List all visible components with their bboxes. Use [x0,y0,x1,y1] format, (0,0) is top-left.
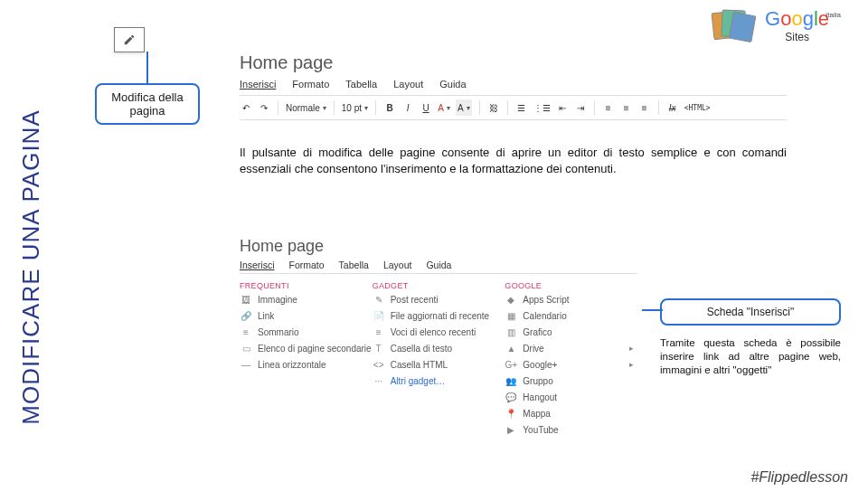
menu-item[interactable]: Formato [289,260,325,270]
insert-item[interactable]: ▲Drive▸ [505,343,637,354]
editor-menu-2: Inserisci Formato Tabella Layout Guida [240,260,637,274]
text-color-button[interactable]: A [438,99,450,116]
item-label: Casella HTML [391,360,448,370]
insert-item[interactable]: <>Casella HTML [373,359,505,370]
item-label: Voci di elenco recenti [391,327,476,337]
menu-item[interactable]: Layout [383,260,412,270]
insert-item[interactable]: 📄File aggiornati di recente [373,310,505,321]
menu-item[interactable]: Inserisci [240,260,275,270]
item-icon: ◆ [505,294,517,305]
align-center-button[interactable]: ≡ [620,99,633,116]
editor-toolbar: ↶ ↷ Normale 10 pt B I U A A ⛓ ☰ ⋮☰ ⇤ ⇥ ≡… [240,95,787,120]
callout-line: Modifica della [100,90,194,104]
html-button[interactable]: <HTML> [684,99,711,116]
pencil-icon [123,33,136,46]
callout-title: Scheda "Inserisci" [660,298,841,326]
bullet-list-button[interactable]: ⋮☰ [533,99,551,116]
insert-item[interactable]: ≡Voci di elenco recenti [373,326,505,337]
numbered-list-button[interactable]: ☰ [515,99,528,116]
insert-item[interactable]: TCasella di testo [373,343,505,354]
insert-item[interactable]: ≡Sommario [240,326,373,337]
footer-hashtag: #Flippedlesson [750,469,848,486]
align-left-button[interactable]: ≡ [602,99,615,116]
callout-text: Tramite questa scheda è possibile inseri… [660,336,841,377]
insert-item[interactable]: 💬Hangout [505,392,637,402]
item-icon: ≡ [240,326,252,337]
sites-icon [712,8,756,42]
item-label: Gruppo [523,376,552,386]
insert-item[interactable]: ▥Grafico [505,326,637,337]
item-icon: 👥 [505,375,517,386]
menu-item[interactable]: Guida [439,79,466,90]
bold-button[interactable]: B [383,99,396,116]
indent-button[interactable]: ⇥ [574,99,587,116]
menu-item[interactable]: Tabella [339,260,369,270]
insert-item[interactable]: 🖼Immagine [240,294,373,305]
item-icon: ▦ [505,310,517,321]
insert-item[interactable]: ▶YouTube [505,424,637,435]
item-icon: ✎ [373,294,385,305]
insert-item[interactable]: —Linea orizzontale [240,359,373,370]
col-head: GADGET [373,281,505,290]
insert-col-frequenti: 🖼Immagine🔗Link≡Sommario▭Elenco di pagine… [240,294,373,435]
item-label: Elenco di pagine secondarie [258,344,372,354]
item-label: Linea orizzontale [258,360,326,370]
highlight-button[interactable]: A [456,99,472,116]
insert-item[interactable]: 📍Mappa [505,408,637,419]
page-side-title-text: MODIFICARE UNA PAGINA [17,109,45,424]
fontsize-dropdown[interactable]: 10 pt [342,103,368,113]
insert-item[interactable]: 🔗Link [240,310,373,321]
item-label: Mappa [523,409,551,419]
item-label: Hangout [523,392,557,402]
item-label: Apps Script [523,295,569,305]
item-icon: <> [373,359,385,370]
menu-item[interactable]: Inserisci [240,79,276,90]
outdent-button[interactable]: ⇤ [556,99,569,116]
undo-icon[interactable]: ↶ [240,99,252,116]
style-dropdown[interactable]: Normale [286,103,326,113]
submenu-arrow-icon: ▸ [629,360,634,369]
italic-button[interactable]: I [401,99,414,116]
item-icon: 🔗 [240,310,252,321]
menu-item[interactable]: Formato [292,79,329,90]
item-label: Link [258,311,274,321]
underline-button[interactable]: U [420,99,432,116]
item-label: File aggiornati di recente [391,311,490,321]
link-button[interactable]: ⛓ [487,99,500,116]
clear-format-button[interactable]: Ix [666,99,679,116]
insert-item[interactable]: G+Google+▸ [505,359,637,370]
menu-item[interactable]: Layout [393,79,423,90]
insert-item[interactable]: ▭Elenco di pagine secondarie [240,343,373,354]
redo-icon[interactable]: ↷ [258,99,270,116]
callout-edit-page: Modifica della pagina [95,83,200,125]
item-icon: 📄 [373,310,385,321]
item-icon: 💬 [505,392,517,402]
editor-section-1: Home page Inserisci Formato Tabella Layo… [240,52,787,120]
editor-menu: Inserisci Formato Tabella Layout Guida [240,79,787,95]
insert-item[interactable]: 👥Gruppo [505,375,637,386]
item-label: Grafico [523,327,552,337]
col-head: GOOGLE [505,281,637,290]
menu-item[interactable]: Guida [426,260,451,270]
callout-inserisci: Scheda "Inserisci" Tramite questa scheda… [660,298,841,377]
edit-button[interactable] [114,27,145,52]
item-label: YouTube [523,425,558,435]
page-side-title: MODIFICARE UNA PAGINA [16,81,45,452]
item-label: Casella di testo [391,344,452,354]
insert-item[interactable]: ◆Apps Script [505,294,637,305]
item-icon: 🖼 [240,294,252,305]
item-icon: G+ [505,359,517,370]
page-title-2: Home page [240,237,637,256]
description-1: Il pulsante di modifica delle pagine con… [240,145,787,176]
insert-item[interactable]: ···Altri gadget… [373,375,505,386]
align-right-button[interactable]: ≡ [638,99,651,116]
insert-item[interactable]: ▦Calendario [505,310,637,321]
item-label: Calendario [523,311,566,321]
insert-col-gadget: ✎Post recenti📄File aggiornati di recente… [373,294,505,435]
google-logo: Google [765,7,829,31]
menu-item[interactable]: Tabella [345,79,377,90]
item-icon: ▲ [505,343,517,354]
insert-item[interactable]: ✎Post recenti [373,294,505,305]
item-icon: T [373,343,385,354]
item-icon: ··· [373,375,385,386]
